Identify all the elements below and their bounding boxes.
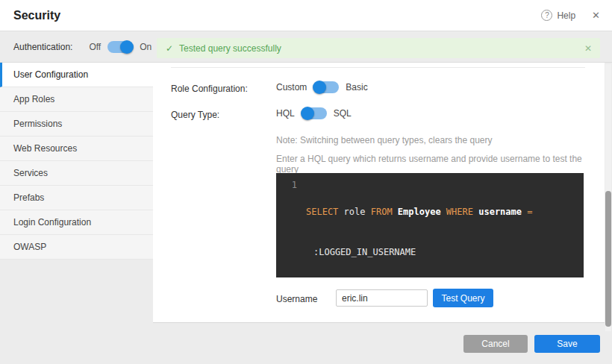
vertical-scrollbar[interactable] — [605, 64, 611, 331]
username-input[interactable] — [336, 289, 428, 307]
sidebar-item-web-resources[interactable]: Web Resources — [0, 136, 153, 161]
main-panel: Role Configuration: Custom Basic Query T… — [153, 63, 605, 323]
sidebar-item-prefabs[interactable]: Prefabs — [0, 186, 153, 210]
query-option-hql[interactable]: HQL — [276, 108, 295, 119]
query-type-note: Note: Switching between query types, cle… — [276, 135, 493, 145]
sidebar-item-app-roles[interactable]: App Roles — [0, 87, 153, 112]
save-button[interactable]: Save — [534, 335, 600, 353]
help-icon[interactable]: ? — [541, 10, 552, 21]
sidebar-item-user-configuration[interactable]: User Configuration — [0, 63, 153, 87]
sidebar-item-services[interactable]: Services — [0, 161, 153, 186]
toggle-knob — [313, 81, 326, 94]
section-divider — [171, 67, 585, 68]
cancel-button[interactable]: Cancel — [463, 335, 528, 353]
query-option-sql[interactable]: SQL — [334, 108, 352, 119]
check-icon: ✓ — [166, 43, 173, 54]
banner-message: Tested query successfully — [179, 43, 281, 54]
authentication-on-label: On — [140, 42, 152, 52]
role-option-custom[interactable]: Custom — [276, 82, 307, 92]
help-link[interactable]: Help — [557, 10, 575, 21]
test-query-button[interactable]: Test Query — [433, 289, 493, 307]
code-line-1: SELECT role FROM Employee WHERE username… — [306, 205, 578, 219]
hql-query-editor[interactable]: 1 SELECT role FROM Employee WHERE userna… — [276, 173, 584, 277]
sidebar-item-login-configuration[interactable]: Login Configuration — [0, 210, 153, 235]
editor-line-number: 1 — [276, 173, 305, 277]
sidebar-item-permissions[interactable]: Permissions — [0, 112, 153, 136]
app-header: Security ? Help ✕ — [0, 0, 612, 31]
page-title: Security — [13, 9, 60, 22]
banner-close-icon[interactable]: ✕ — [584, 43, 592, 54]
query-type-toggle-group: HQL SQL — [276, 107, 352, 119]
header-actions: ? Help ✕ — [541, 10, 600, 21]
query-type-toggle[interactable] — [302, 107, 327, 119]
query-instruction: Enter a HQL query which returns username… — [276, 154, 605, 175]
authentication-off-label: Off — [89, 42, 101, 52]
sidebar: User Configuration App Roles Permissions… — [0, 63, 153, 364]
authentication-toggle[interactable] — [107, 41, 133, 53]
username-label: Username — [276, 294, 317, 304]
sidebar-item-owasp[interactable]: OWASP — [0, 235, 153, 260]
editor-code[interactable]: SELECT role FROM Employee WHERE username… — [305, 173, 584, 277]
authentication-label: Authentication: — [13, 42, 72, 52]
security-dialog: { "header": { "title": "Security", "help… — [0, 0, 612, 364]
close-icon[interactable]: ✕ — [592, 10, 600, 21]
code-line-2: :LOGGED_IN_USERNAME — [313, 245, 578, 259]
toggle-knob — [120, 40, 134, 54]
query-type-label: Query Type: — [171, 110, 219, 120]
role-configuration-toggle[interactable] — [313, 81, 339, 93]
role-configuration-toggle-group: Custom Basic — [276, 81, 368, 93]
role-configuration-label: Role Configuration: — [171, 84, 248, 94]
toggle-knob — [301, 107, 314, 120]
role-option-basic[interactable]: Basic — [346, 82, 367, 92]
scrollbar-thumb[interactable] — [605, 191, 611, 327]
success-banner: ✓ Tested query successfully ✕ — [157, 38, 600, 58]
